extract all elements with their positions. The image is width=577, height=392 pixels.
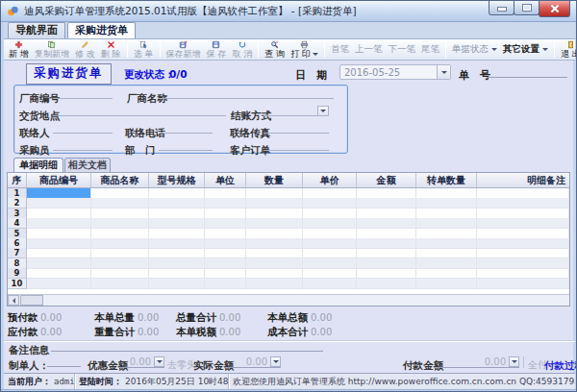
maximize-button[interactable] (514, 1, 539, 15)
order-no-field[interactable] (487, 65, 567, 78)
last-record-button[interactable]: 尾笔 (418, 40, 442, 59)
column-header[interactable]: 转单数量 (416, 173, 477, 187)
horizontal-scrollbar[interactable] (8, 294, 569, 306)
table-cell[interactable] (477, 229, 569, 239)
settlement-dropdown-button[interactable] (317, 106, 329, 116)
row-number[interactable]: 5 (8, 229, 27, 239)
vendor-code-field[interactable] (53, 87, 113, 99)
table-cell[interactable] (303, 279, 357, 289)
delivery-place-field[interactable] (53, 105, 226, 116)
table-cell[interactable] (91, 188, 149, 199)
table-cell[interactable] (91, 198, 149, 208)
table-cell[interactable] (303, 268, 357, 279)
table-cell[interactable] (205, 258, 246, 269)
column-header[interactable]: 商品名称 (91, 173, 149, 187)
row-number[interactable]: 2 (8, 198, 27, 208)
table-cell[interactable] (416, 188, 477, 199)
new-button[interactable]: 新 增 (6, 40, 32, 59)
table-cell[interactable] (91, 279, 149, 289)
table-cell[interactable] (27, 238, 91, 249)
table-cell[interactable] (205, 248, 246, 258)
table-cell[interactable] (303, 198, 357, 208)
table-cell[interactable] (416, 218, 477, 229)
table-cell[interactable] (246, 258, 303, 269)
table-cell[interactable] (303, 208, 357, 219)
first-record-button[interactable]: 首笔 (328, 40, 352, 59)
table-cell[interactable] (246, 248, 303, 258)
pay-process-link[interactable]: 付款过程 (544, 360, 577, 371)
column-header[interactable]: 数量 (246, 173, 303, 187)
table-cell[interactable] (27, 279, 91, 289)
table-cell[interactable] (357, 218, 416, 229)
table-cell[interactable] (477, 218, 569, 229)
date-dropdown-button[interactable] (437, 65, 450, 79)
scroll-left-button[interactable] (8, 295, 19, 306)
tab-navigation[interactable]: 导航界面 (8, 22, 65, 38)
buyer-field[interactable] (53, 139, 113, 151)
table-cell[interactable] (357, 279, 416, 289)
table-cell[interactable] (303, 248, 357, 258)
row-number[interactable]: 7 (8, 248, 27, 258)
table-cell[interactable] (205, 198, 246, 208)
vendor-name-field[interactable] (159, 87, 334, 99)
table-cell[interactable] (416, 279, 477, 289)
table-cell[interactable] (477, 248, 569, 258)
table-cell[interactable] (149, 268, 205, 279)
row-number[interactable]: 9 (8, 268, 27, 279)
table-cell[interactable] (477, 188, 569, 199)
row-number[interactable]: 6 (8, 238, 27, 249)
payment-dropdown-button[interactable] (509, 356, 519, 367)
table-cell[interactable] (416, 238, 477, 249)
doc-status-menu[interactable]: 单据状态 (449, 40, 500, 59)
select-order-button[interactable]: 选 单 (131, 40, 157, 59)
row-number[interactable]: 10 (8, 279, 27, 289)
column-header[interactable]: 序 (8, 173, 27, 187)
table-cell[interactable] (477, 238, 569, 249)
tab-related-docs[interactable]: 相关文档 (64, 158, 111, 172)
table-cell[interactable] (27, 248, 91, 258)
table-cell[interactable] (246, 198, 303, 208)
table-cell[interactable] (27, 218, 91, 229)
table-cell[interactable] (27, 198, 91, 208)
table-cell[interactable] (149, 248, 205, 258)
table-cell[interactable] (91, 258, 149, 269)
table-cell[interactable] (246, 279, 303, 289)
table-cell[interactable] (91, 208, 149, 219)
column-header[interactable]: 单价 (303, 173, 357, 187)
tab-detail-lines[interactable]: 单据明细 (13, 158, 63, 172)
delete-button[interactable]: 删 除 (98, 40, 124, 59)
table-cell[interactable] (149, 208, 205, 219)
discount-combobox[interactable]: 0.00 (119, 355, 164, 368)
table-cell[interactable] (303, 229, 357, 239)
other-settings-menu[interactable]: 其它设置 (500, 40, 551, 59)
table-cell[interactable] (246, 238, 303, 249)
save-button[interactable]: 保 存 (204, 40, 230, 59)
column-header[interactable]: 型号规格 (149, 173, 205, 187)
table-cell[interactable] (477, 258, 569, 269)
table-cell[interactable] (246, 268, 303, 279)
exit-button[interactable]: 退 出 (558, 40, 577, 59)
table-cell[interactable] (205, 208, 246, 219)
customer-order-field[interactable] (263, 139, 329, 151)
tab-purchase-receipt[interactable]: 采购进货单 (67, 22, 136, 38)
table-cell[interactable] (303, 188, 357, 199)
table-cell[interactable] (27, 208, 91, 219)
table-cell[interactable] (416, 258, 477, 269)
table-cell[interactable] (27, 258, 91, 269)
table-cell[interactable] (246, 208, 303, 219)
discount-dropdown-button[interactable] (154, 356, 164, 367)
actual-dropdown-button[interactable] (270, 356, 281, 367)
table-cell[interactable] (91, 248, 149, 258)
table-cell[interactable] (357, 238, 416, 249)
column-header[interactable]: 商品编号 (27, 173, 91, 187)
table-cell[interactable] (357, 268, 416, 279)
table-cell[interactable] (416, 229, 477, 239)
table-cell[interactable] (416, 248, 477, 258)
maker-field[interactable] (47, 355, 81, 367)
query-button[interactable]: 查 询 (262, 40, 288, 59)
table-cell[interactable] (205, 218, 246, 229)
row-number[interactable]: 3 (8, 208, 27, 219)
table-cell[interactable] (357, 198, 416, 208)
column-header[interactable]: 明细备注 (477, 173, 569, 187)
remark-field[interactable] (51, 339, 323, 352)
